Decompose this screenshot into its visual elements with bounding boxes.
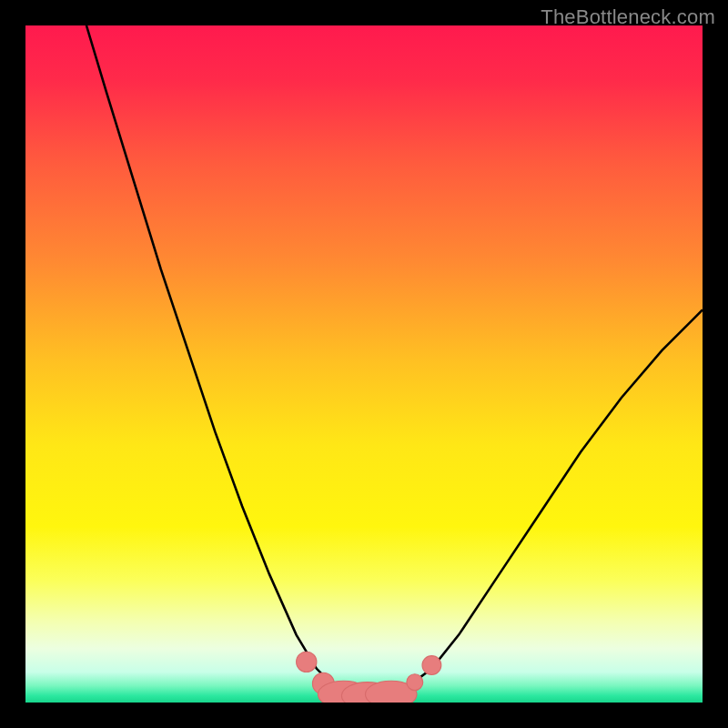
watermark-text: TheBottleneck.com (541, 5, 715, 29)
plot-area (25, 25, 703, 703)
bottleneck-curve (86, 25, 703, 696)
well-marker (422, 656, 441, 675)
well-marker (407, 674, 423, 691)
well-marker (297, 652, 317, 672)
curve-layer (25, 25, 703, 703)
chart-frame: TheBottleneck.com (0, 0, 728, 728)
well-markers (297, 652, 441, 703)
